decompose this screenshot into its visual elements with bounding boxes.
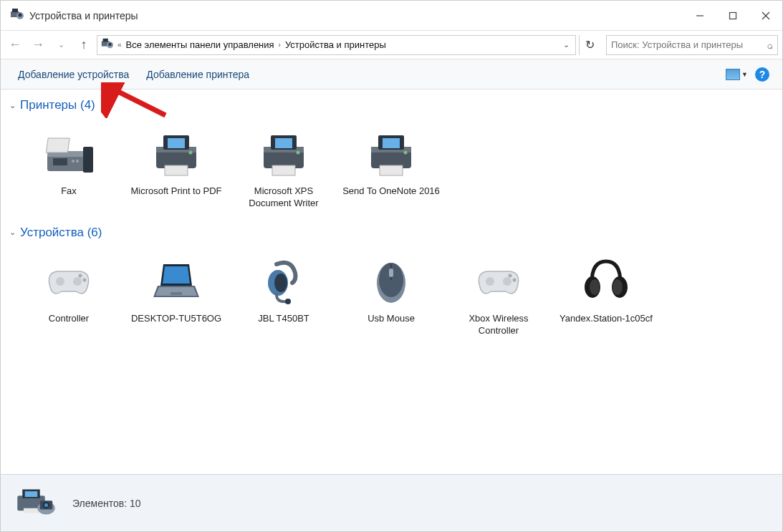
status-icon [14,483,64,524]
titlebar: Устройства и принтеры [1,1,782,31]
breadcrumb[interactable]: « Все элементы панели управления › Устро… [97,35,576,55]
device-usbmouse[interactable]: Usb Mouse [337,247,445,342]
window-title: Устройства и принтеры [29,10,683,21]
search-icon[interactable]: ⌕ [767,39,773,51]
up-button[interactable]: ↑ [74,35,94,55]
item-label: Send To OneNote 2016 [342,185,440,198]
item-label: Xbox Wireless Controller [449,313,548,337]
device-xbox[interactable]: Xbox Wireless Controller [445,247,552,342]
breadcrumb-parent[interactable]: Все элементы панели управления [126,39,274,50]
chevron-down-icon: ⌄ [9,101,16,110]
printer-icon [255,124,312,181]
mouse-icon [362,251,420,309]
item-label: Microsoft XPS Document Writer [234,185,333,210]
status-bar: Элементов: 10 [1,474,782,531]
close-button[interactable] [749,1,782,30]
add-device-button[interactable]: Добавление устройства [9,64,138,84]
group-devices-header[interactable]: ⌄ Устройства (6) [8,221,775,244]
gamepad-icon [40,251,97,309]
group-devices-items: Controller DESKTOP-TU5T6OG JBL T450BT Us… [8,244,775,349]
group-devices-label: Устройства (6) [20,226,102,240]
headphones-icon [577,251,635,309]
item-label: JBL T450BT [258,313,309,325]
printer-icon [148,124,205,181]
device-desktop[interactable]: DESKTOP-TU5T6OG [123,247,230,342]
item-label: Fax [61,185,77,198]
maximize-button[interactable] [716,1,749,30]
chevron-down-icon: ⌄ [9,228,16,237]
breadcrumb-drop[interactable]: ⌄ [563,40,570,49]
add-printer-button[interactable]: Добавление принтера [138,64,258,84]
content-area: ⌄ Принтеры (4) Fax Microsoft Print to PD… [1,90,782,451]
search-box[interactable]: ⌕ [606,35,778,55]
chevron-right-icon: › [279,41,281,49]
recent-dropdown[interactable]: ⌄ [51,35,71,55]
window-controls [683,1,782,30]
device-fax[interactable]: Fax [15,120,123,214]
titlebar-icon [9,7,24,24]
headset-icon [255,251,312,309]
svg-rect-41 [730,12,736,19]
item-label: Microsoft Print to PDF [130,185,221,198]
device-yandex[interactable]: Yandex.Station-1c05cf [552,247,660,342]
item-label: Usb Mouse [368,313,415,325]
status-count: Элементов: 10 [72,498,141,509]
view-icon [726,69,740,80]
breadcrumb-icon [100,37,113,53]
item-label: Controller [49,313,89,325]
item-label: DESKTOP-TU5T6OG [131,313,221,325]
chevron-down-icon: ▼ [741,71,748,78]
breadcrumb-sep: « [117,41,122,49]
breadcrumb-current[interactable]: Устройства и принтеры [285,39,386,50]
help-button[interactable]: ? [755,67,769,82]
group-printers-header[interactable]: ⌄ Принтеры (4) [8,94,775,117]
search-input[interactable] [611,39,767,50]
device-onenote[interactable]: Send To OneNote 2016 [337,120,445,214]
laptop-icon [148,251,205,309]
printer-icon [362,124,420,181]
toolbar: Добавление устройства Добавление принтер… [1,59,782,90]
device-ms-xps[interactable]: Microsoft XPS Document Writer [230,120,337,214]
item-label: Yandex.Station-1c05cf [559,313,653,325]
fax-icon [40,124,97,181]
back-button[interactable]: ← [5,35,25,55]
group-printers-items: Fax Microsoft Print to PDF Microsoft XPS… [8,117,775,221]
view-button[interactable]: ▼ [726,69,748,80]
gamepad-icon [470,251,527,309]
navbar: ← → ⌄ ↑ « Все элементы панели управления… [1,31,782,59]
device-jbl[interactable]: JBL T450BT [230,247,337,342]
minimize-button[interactable] [683,1,716,30]
refresh-button[interactable]: ↻ [579,35,600,55]
group-printers-label: Принтеры (4) [20,98,95,112]
forward-button[interactable]: → [28,35,48,55]
device-controller[interactable]: Controller [15,247,123,342]
device-ms-print-pdf[interactable]: Microsoft Print to PDF [123,120,230,214]
